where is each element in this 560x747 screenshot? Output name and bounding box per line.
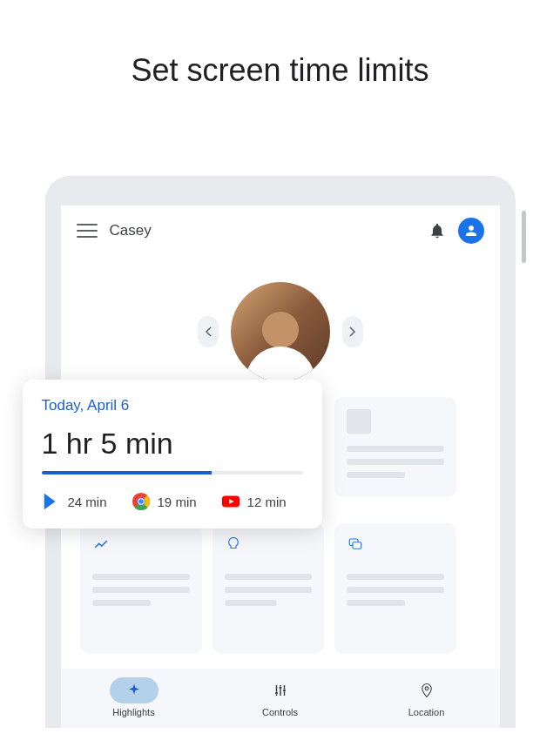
app-time-value: 12 min (247, 495, 287, 509)
svg-rect-8 (353, 542, 361, 549)
nav-icon-wrap (256, 677, 305, 703)
nav-label: Location (408, 707, 445, 717)
menu-icon[interactable] (77, 220, 98, 241)
app-time-youtube: 12 min (221, 492, 287, 511)
sparkle-icon (126, 683, 142, 698)
app-time-chrome: 19 min (132, 492, 197, 511)
screentime-card[interactable]: Today, April 6 1 hr 5 min 24 min 19 min (23, 380, 322, 528)
nav-label: Highlights (112, 707, 154, 717)
skeleton-card (80, 523, 202, 654)
next-child-button[interactable] (342, 316, 363, 347)
chevron-left-icon (205, 326, 212, 337)
prev-child-button[interactable] (198, 316, 219, 347)
location-pin-icon (419, 683, 435, 698)
screen-content: Casey Today, April 6 1 hr 5 min (61, 205, 500, 728)
sliders-icon (273, 683, 288, 698)
nav-label: Controls (262, 707, 298, 717)
screentime-date: Today, April 6 (42, 397, 303, 414)
nav-controls[interactable]: Controls (256, 677, 305, 717)
page-heading: Set screen time limits (0, 52, 560, 89)
bottom-navigation: Highlights Controls Location (61, 669, 500, 728)
skeleton-card (334, 523, 456, 654)
screentime-total: 1 hr 5 min (42, 427, 303, 461)
lightbulb-icon (225, 535, 242, 553)
profile-carousel (61, 282, 500, 381)
youtube-icon (221, 492, 240, 511)
account-avatar-button[interactable] (458, 218, 484, 244)
app-time-value: 19 min (158, 495, 197, 509)
svg-point-9 (275, 692, 278, 695)
svg-point-12 (425, 687, 428, 690)
nav-icon-wrap (402, 677, 451, 703)
svg-point-11 (283, 690, 286, 692)
skeleton-card (334, 397, 456, 497)
chrome-icon (132, 492, 151, 511)
screentime-progress-bar (42, 471, 303, 474)
app-time-value: 24 min (68, 495, 107, 509)
child-name-label: Casey (110, 222, 416, 239)
trend-icon (92, 535, 110, 553)
svg-point-5 (138, 499, 144, 504)
skeleton-card (213, 523, 324, 654)
child-profile-photo[interactable] (231, 282, 330, 381)
nav-highlights[interactable]: Highlights (110, 677, 159, 717)
nav-location[interactable]: Location (402, 677, 451, 717)
app-time-play: 24 min (42, 492, 107, 511)
chevron-right-icon (349, 326, 356, 337)
notifications-icon[interactable] (428, 222, 446, 239)
play-store-icon (42, 492, 61, 511)
scrollbar-thumb[interactable] (522, 211, 526, 263)
tablet-frame: Casey Today, April 6 1 hr 5 min (45, 176, 516, 728)
app-header: Casey (61, 205, 500, 256)
chat-icon (347, 535, 364, 553)
screentime-progress-fill (42, 471, 212, 474)
app-breakdown: 24 min 19 min 12 min (42, 492, 303, 511)
svg-point-10 (279, 687, 281, 690)
nav-icon-wrap (110, 677, 159, 703)
